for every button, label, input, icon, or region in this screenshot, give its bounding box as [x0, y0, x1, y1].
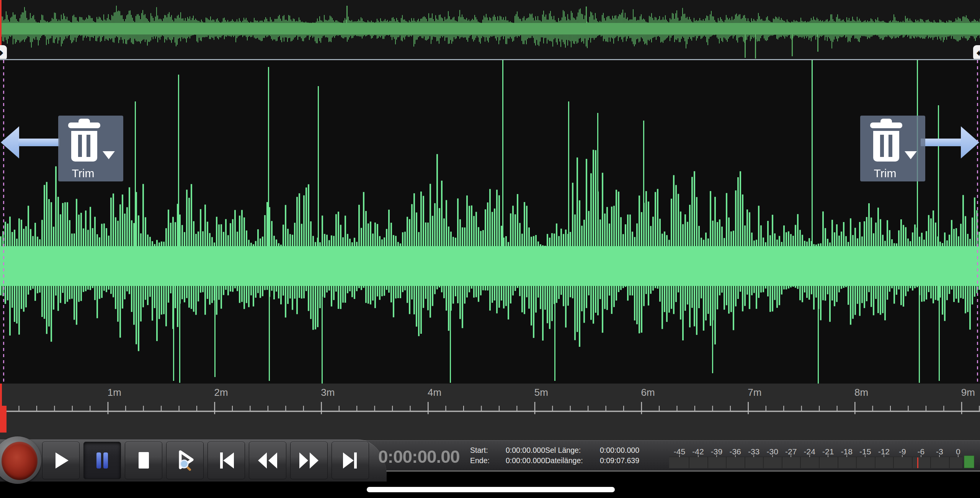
pause-icon: [91, 450, 113, 471]
trim-button-label: Trim: [60, 167, 106, 180]
db-tick: [958, 455, 959, 457]
level-meter-bar: [669, 457, 962, 468]
timeline-label-1m: 1m: [108, 387, 121, 398]
fast-forward-icon: [298, 450, 320, 471]
meter-segment-divider: [726, 457, 727, 469]
trash-icon: [66, 119, 103, 163]
timeline-label-7m: 7m: [748, 387, 761, 398]
play-button[interactable]: [42, 442, 80, 479]
selection-start-line[interactable]: [3, 60, 4, 384]
db-tick: [809, 455, 810, 457]
sel-length-value: 0:00:00.000: [594, 445, 639, 456]
db-tick: [679, 455, 680, 457]
playhead-handle[interactable]: [0, 406, 7, 433]
db-tick: [884, 455, 884, 457]
db-tick: [753, 455, 754, 457]
pause-button[interactable]: [83, 442, 121, 479]
rewind-icon: [257, 450, 278, 471]
time-ruler[interactable]: [0, 399, 980, 426]
skip-end-icon: [340, 450, 361, 471]
meter-segment-divider: [689, 457, 689, 469]
extend-selection-right-arrow-icon[interactable]: [921, 126, 980, 158]
stop-button[interactable]: [125, 442, 162, 479]
timeline-label-2m: 2m: [214, 387, 228, 398]
db-tick: [791, 455, 791, 457]
meter-segment-divider: [782, 457, 782, 469]
meter-segment-divider: [930, 457, 931, 469]
fast-forward-button[interactable]: [290, 442, 328, 479]
rewind-button[interactable]: [249, 442, 286, 479]
trim-options-chevron-down-icon[interactable]: [905, 151, 917, 159]
playhead-marker[interactable]: [0, 384, 2, 407]
play-from-cursor-button[interactable]: [166, 442, 204, 479]
overview-right-handle-icon[interactable]: ⬅: [973, 45, 980, 60]
trim-button-label: Trim: [862, 167, 908, 180]
timeline-label-9m: 9m: [961, 387, 975, 398]
timeline-label-5m: 5m: [534, 387, 548, 398]
meter-segment-divider: [949, 457, 950, 469]
meter-segment-divider: [838, 457, 838, 469]
db-tick: [698, 455, 699, 457]
db-tick: [772, 455, 773, 457]
meter-segment-divider: [819, 457, 820, 469]
record-button[interactable]: [2, 442, 38, 480]
main-waveform[interactable]: [0, 60, 980, 384]
selection-end-line[interactable]: [977, 60, 978, 384]
db-tick: [716, 455, 717, 457]
timeline-label-4m: 4m: [428, 387, 441, 398]
meter-segment-divider: [875, 457, 875, 469]
file-length-label: Dateilänge:: [545, 456, 594, 466]
timeline-label-3m: 3m: [321, 387, 335, 398]
time-display: 0:00:00.00: [378, 447, 459, 466]
sel-length-label: Sel Länge:: [545, 445, 594, 456]
selection-info: Start: 0:00:00.000 Sel Länge: 0:00:00.00…: [470, 445, 639, 466]
play-from-cursor-icon: [174, 450, 196, 471]
db-tick: [939, 455, 940, 457]
peak-hold-marker: [917, 457, 918, 468]
audio-editor-window: ➔ ⬅ Trim Trim 1m2m3m4m5m6m7m8m9m: [0, 0, 980, 498]
timeline-label-6m: 6m: [641, 387, 655, 398]
end-label: Ende:: [470, 456, 500, 466]
file-length-value: 0:09:07.639: [594, 456, 639, 466]
db-tick: [735, 455, 736, 457]
extend-selection-left-arrow-icon[interactable]: [0, 126, 59, 158]
start-label: Start:: [470, 445, 500, 456]
meter-segment-divider: [763, 457, 764, 469]
home-indicator[interactable]: [367, 487, 615, 492]
meter-segment-divider: [800, 457, 801, 469]
trash-icon: [868, 119, 905, 163]
timeline-strip: 1m2m3m4m5m6m7m8m9m: [0, 384, 980, 440]
meter-segment-divider: [707, 457, 708, 469]
meter-segment-divider: [893, 457, 894, 469]
start-value: 0:00:00.000: [500, 445, 545, 456]
skip-start-button[interactable]: [207, 442, 245, 479]
db-tick: [902, 455, 903, 457]
clip-indicator: [964, 456, 974, 468]
trim-options-chevron-down-icon[interactable]: [103, 151, 115, 159]
skip-end-button[interactable]: [332, 442, 369, 479]
meter-segment-divider: [745, 457, 745, 469]
overview-left-handle-icon[interactable]: ➔: [0, 45, 7, 60]
timeline-label-8m: 8m: [854, 387, 868, 398]
db-tick: [846, 455, 847, 457]
stop-icon: [133, 450, 154, 471]
overview-waveform[interactable]: [0, 0, 980, 59]
db-tick: [865, 455, 866, 457]
db-tick: [828, 455, 828, 457]
skip-start-icon: [216, 450, 237, 471]
meter-segment-divider: [856, 457, 857, 469]
end-value: 0:00:00.000: [500, 456, 545, 466]
play-icon: [50, 450, 72, 471]
meter-segment-divider: [912, 457, 913, 469]
db-tick: [921, 455, 921, 457]
